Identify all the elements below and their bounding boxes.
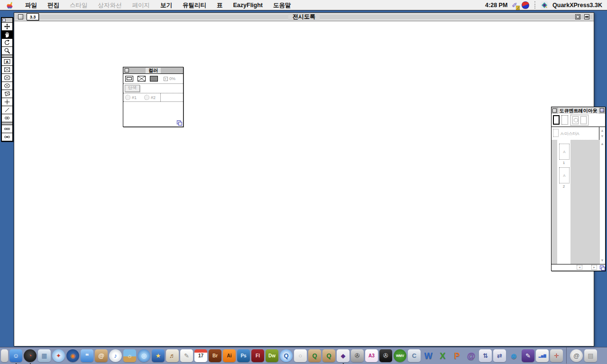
- scroll-right-icon[interactable]: ▸: [591, 265, 597, 270]
- picture-color-icon[interactable]: [138, 76, 146, 82]
- colors-palette-title-bar[interactable]: 컬러: [123, 67, 183, 74]
- ime-pencil-icon[interactable]: ✐2: [512, 2, 517, 9]
- quarkxpress-app-icon[interactable]: [541, 1, 548, 9]
- dock-installer-package-q1[interactable]: Q: [308, 349, 321, 362]
- unlinking-tool[interactable]: [2, 133, 12, 141]
- background-color-icon[interactable]: [150, 76, 158, 82]
- dock-quarkxpress-3[interactable]: ◆: [337, 349, 349, 362]
- scroll-up-icon[interactable]: ▲: [600, 128, 605, 133]
- dock-minimized-window[interactable]: [1, 349, 8, 362]
- blank-single-page-icon[interactable]: [553, 115, 560, 125]
- solid-color-button[interactable]: 단색: [125, 85, 140, 92]
- dock-firefox[interactable]: ◉: [66, 349, 79, 362]
- dock-projector-app[interactable]: ✇: [379, 349, 392, 362]
- dock-dvd-player[interactable]: ◎: [138, 349, 150, 362]
- frame-color-icon[interactable]: [125, 76, 133, 82]
- scroll-left-icon[interactable]: ◂: [577, 265, 582, 270]
- master-page-template-icon-1[interactable]: [572, 116, 579, 124]
- dock-sync-utility-1[interactable]: ⇅: [479, 349, 492, 362]
- dock-microsoft-entourage[interactable]: @: [465, 349, 478, 362]
- dock-adobe-flash[interactable]: Fl: [251, 349, 264, 362]
- rounded-picture-box-tool[interactable]: [2, 73, 12, 82]
- master-a-label[interactable]: A-마스터A: [561, 131, 579, 137]
- blank-facing-page-icon[interactable]: [561, 115, 568, 125]
- dock-front-row[interactable]: ○: [294, 349, 307, 362]
- scroll-down-icon[interactable]: ▼: [600, 134, 605, 139]
- menu-item-8[interactable]: EazyFlight: [228, 0, 268, 10]
- dock-mail-stamp[interactable]: @: [570, 349, 583, 362]
- dock-textedit[interactable]: ✎: [180, 349, 193, 362]
- page-scroll-up-icon[interactable]: ▲: [600, 141, 605, 146]
- close-box-icon[interactable]: [552, 109, 557, 113]
- dock-adobe-illustrator[interactable]: Ai: [223, 349, 236, 362]
- dock-sync-utility-2[interactable]: ⇄: [493, 349, 506, 362]
- link-chain-tool[interactable]: [2, 125, 12, 133]
- menu-item-1[interactable]: 편집: [42, 0, 64, 10]
- dock-quicktime[interactable]: Q: [280, 349, 293, 362]
- swatch-1-label[interactable]: #1: [132, 95, 137, 100]
- dock-adobe-bridge[interactable]: Br: [209, 349, 221, 362]
- document-canvas[interactable]: [14, 21, 594, 346]
- dock-microsoft-excel[interactable]: X: [436, 349, 449, 362]
- menu-clock[interactable]: 4:28 PM: [485, 2, 507, 9]
- dock-adobe-photoshop[interactable]: Ps: [237, 349, 250, 362]
- master-a-page-icon[interactable]: [553, 129, 559, 137]
- active-app-name[interactable]: QuarkXPress3.3K: [552, 2, 602, 9]
- menu-item-7[interactable]: 표: [212, 0, 228, 10]
- korean-ime-taegeuk-icon[interactable]: [522, 1, 529, 9]
- dock-spray-wrench-utility[interactable]: ✛: [550, 349, 563, 362]
- rect-picture-box-tool[interactable]: [2, 65, 12, 73]
- dock-adobe-type-app[interactable]: A3: [365, 349, 378, 362]
- zoom-tool[interactable]: [2, 46, 12, 55]
- dock-wmv-player[interactable]: WMV: [394, 349, 406, 362]
- resize-handle[interactable]: [599, 265, 605, 271]
- menu-item-0[interactable]: 파일: [20, 0, 42, 10]
- dock-dashboard[interactable]: ◔: [24, 349, 37, 362]
- page-thumbnail-1[interactable]: A: [559, 144, 570, 160]
- dock-print-press-utility[interactable]: ✇: [351, 349, 364, 362]
- rotation-tool[interactable]: [2, 38, 12, 46]
- oval-picture-box-tool[interactable]: [2, 82, 12, 90]
- master-page-template-icon-2[interactable]: [580, 116, 587, 124]
- tool-palette-title-bar[interactable]: [2, 18, 12, 23]
- dock-ichat[interactable]: ❝: [81, 349, 93, 362]
- shade-dropdown-icon[interactable]: ▸: [164, 77, 168, 81]
- dock-address-book[interactable]: @: [95, 349, 108, 362]
- collapse-box-icon[interactable]: [584, 14, 589, 19]
- resize-handle[interactable]: [176, 120, 182, 126]
- menu-item-5[interactable]: 보기: [155, 0, 177, 10]
- window-title-bar[interactable]: 3.3 전시도록: [14, 13, 594, 21]
- item-tool[interactable]: [2, 23, 12, 30]
- page-thumbnail-2[interactable]: A: [559, 167, 570, 183]
- dock-adobe-dreamweaver[interactable]: Dw: [266, 349, 278, 362]
- diagonal-line-tool[interactable]: [2, 106, 12, 114]
- content-tool[interactable]: [2, 30, 12, 38]
- close-box-icon[interactable]: [125, 68, 129, 73]
- menu-item-9[interactable]: 도움말: [268, 0, 296, 10]
- swatch-1-circle-icon[interactable]: [125, 95, 130, 100]
- dock-imovie[interactable]: ★: [152, 349, 165, 362]
- dock-garageband[interactable]: ♬: [166, 349, 179, 362]
- dock-microsoft-word[interactable]: W: [422, 349, 435, 362]
- text-box-tool[interactable]: A: [2, 57, 12, 65]
- menu-item-6[interactable]: 유틸리티: [177, 0, 212, 10]
- zoom-box-icon[interactable]: [600, 108, 604, 112]
- dock-ical[interactable]: 17: [194, 349, 207, 362]
- dock-messenger-people[interactable]: ☻: [507, 349, 520, 362]
- dock-chart-app[interactable]: ▂▅▇: [536, 349, 549, 362]
- linking-tool[interactable]: [2, 114, 12, 122]
- page-scroll-down-icon[interactable]: ▼: [600, 258, 605, 263]
- shade-control[interactable]: ▸ 0%: [164, 76, 175, 81]
- dock-preview-photo[interactable]: ▦: [38, 349, 51, 362]
- layout-palette-title-bar[interactable]: 도큐멘트레이아웃: [552, 107, 605, 114]
- tool-palette-close-icon[interactable]: [2, 18, 6, 22]
- apple-menu-icon[interactable]: [7, 1, 14, 9]
- dock-installer-package-q2[interactable]: Q: [322, 349, 335, 362]
- dock-trash-full[interactable]: ▤: [584, 349, 597, 362]
- polygon-picture-box-tool[interactable]: [2, 90, 12, 98]
- dock-microsoft-powerpoint[interactable]: P: [451, 349, 463, 362]
- zoom-box-icon[interactable]: [575, 14, 580, 19]
- dock-iphoto[interactable]: ☼: [123, 349, 136, 362]
- dock-safari[interactable]: ✦: [52, 349, 65, 362]
- dock-finder[interactable]: ☺: [9, 349, 22, 362]
